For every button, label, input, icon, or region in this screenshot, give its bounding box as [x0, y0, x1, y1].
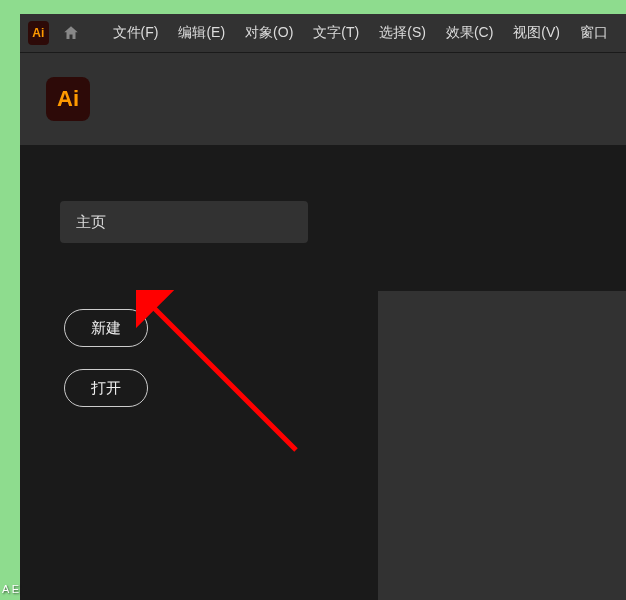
app-logo-text: Ai — [57, 86, 79, 112]
menu-edit[interactable]: 编辑(E) — [168, 20, 235, 46]
menu-view[interactable]: 视图(V) — [503, 20, 570, 46]
left-panel: 主页 新建 打开 — [20, 145, 378, 600]
title-bar: Ai 文件(F) 编辑(E) 对象(O) 文字(T) 选择(S) 效果(C) 视… — [20, 14, 626, 52]
home-button[interactable]: 主页 — [60, 201, 308, 243]
new-button[interactable]: 新建 — [64, 309, 148, 347]
content-area: 主页 新建 打开 — [20, 145, 626, 600]
app-icon-text: Ai — [32, 26, 44, 40]
logo-section: Ai — [20, 53, 626, 145]
right-panel — [378, 291, 626, 600]
app-icon-small: Ai — [28, 21, 49, 45]
app-window: Ai 文件(F) 编辑(E) 对象(O) 文字(T) 选择(S) 效果(C) 视… — [20, 14, 626, 600]
menu-file[interactable]: 文件(F) — [103, 20, 169, 46]
open-button[interactable]: 打开 — [64, 369, 148, 407]
menu-bar: 文件(F) 编辑(E) 对象(O) 文字(T) 选择(S) 效果(C) 视图(V… — [103, 20, 618, 46]
desktop-icon-label: A E — [2, 583, 19, 596]
menu-effect[interactable]: 效果(C) — [436, 20, 503, 46]
menu-select[interactable]: 选择(S) — [369, 20, 436, 46]
home-button-label: 主页 — [76, 213, 106, 232]
app-logo: Ai — [46, 77, 90, 121]
menu-object[interactable]: 对象(O) — [235, 20, 303, 46]
home-icon[interactable] — [59, 19, 83, 47]
action-buttons: 新建 打开 — [60, 309, 378, 407]
menu-window[interactable]: 窗口 — [570, 20, 618, 46]
menu-type[interactable]: 文字(T) — [303, 20, 369, 46]
open-button-label: 打开 — [91, 379, 121, 398]
new-button-label: 新建 — [91, 319, 121, 338]
